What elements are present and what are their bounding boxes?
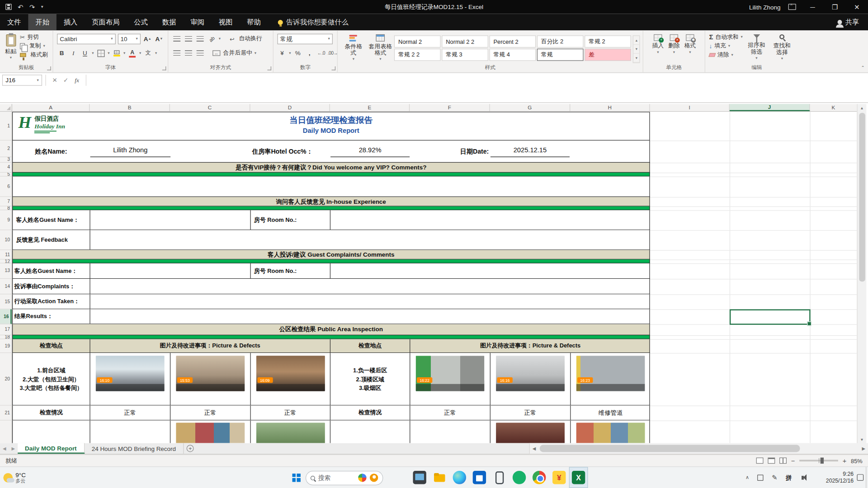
row-header[interactable]: 8 <box>0 206 12 211</box>
horizontal-scrollbar[interactable]: ◀ ▶ <box>529 443 868 454</box>
taskbar-app-chrome[interactable] <box>529 467 549 488</box>
col-header-e[interactable]: E <box>330 104 410 111</box>
row-header-16-selected[interactable]: 16 <box>0 309 12 324</box>
increase-font-icon[interactable]: A▲ <box>143 34 152 43</box>
italic-button[interactable]: I <box>69 48 78 58</box>
scroll-left-icon[interactable]: ◀ <box>530 446 539 451</box>
photo-lobby[interactable]: 15:53 <box>176 356 245 391</box>
start-button[interactable] <box>288 467 305 488</box>
paste-button[interactable]: 粘贴 ▾ <box>3 33 19 61</box>
delete-cells-button[interactable]: × 删除 ▾ <box>666 33 682 56</box>
name-value[interactable]: Lilith Zhong <box>90 143 171 157</box>
clipboard-dialog-launcher[interactable] <box>47 66 51 70</box>
photo-back-area[interactable]: 16:22 <box>416 356 485 391</box>
row-header[interactable]: 12 <box>0 259 12 263</box>
decrease-font-icon[interactable]: A▼ <box>155 34 164 43</box>
share-button[interactable]: 共享 <box>838 18 859 27</box>
tray-volume[interactable] <box>798 467 809 488</box>
alignment-dialog-launcher[interactable] <box>267 66 271 70</box>
row-header[interactable]: 15 <box>0 294 12 309</box>
style-chip[interactable]: 常规 4 <box>490 49 536 61</box>
selected-cell-j16[interactable] <box>730 309 811 324</box>
tab-file[interactable]: 文件 <box>0 14 28 31</box>
page-layout-view-icon[interactable] <box>768 458 775 464</box>
tab-insert[interactable]: 插入 <box>57 14 85 31</box>
tray-network[interactable] <box>755 467 765 488</box>
underline-button[interactable]: U <box>80 48 90 58</box>
style-chip[interactable]: Normal 2 2 <box>442 35 489 47</box>
col-header-h[interactable]: H <box>570 104 650 111</box>
new-sheet-button[interactable]: + <box>184 443 197 454</box>
feedback-cell[interactable] <box>90 230 651 249</box>
vertical-scrollbar[interactable]: ▲ ▼ <box>857 104 867 443</box>
redo-icon[interactable]: ↷ <box>29 4 35 10</box>
row-header[interactable]: 9 <box>0 210 12 230</box>
align-left-icon[interactable] <box>172 48 182 58</box>
tab-data[interactable]: 数据 <box>155 14 183 31</box>
copy-button[interactable]: 复制▾ <box>19 42 49 51</box>
restore-button[interactable]: ❐ <box>824 0 846 14</box>
sheet-tab-24h-briefing[interactable]: 24 Hours MOD Briefing Record <box>85 443 184 454</box>
format-cells-button[interactable]: ✱ 格式 ▾ <box>682 33 698 56</box>
date-value[interactable]: 2025.12.15 <box>491 143 570 157</box>
tab-help[interactable]: 帮助 <box>240 14 268 31</box>
notification-center[interactable] <box>856 467 865 488</box>
col-header-f[interactable]: F <box>410 104 490 111</box>
tab-formulas[interactable]: 公式 <box>127 14 155 31</box>
row-header[interactable]: 11 <box>0 250 12 259</box>
row-header[interactable]: 3 <box>0 157 12 163</box>
col-header-j-selected[interactable]: J <box>730 104 810 111</box>
taskbar-clock[interactable]: 9:26 2025/12/16 <box>814 467 854 488</box>
number-format-combo[interactable]: 常规▾ <box>277 33 332 44</box>
row-header[interactable]: 14 <box>0 279 12 294</box>
style-chip[interactable]: 常规 2 <box>585 35 632 47</box>
customize-qat-icon[interactable]: ▾ <box>41 5 43 9</box>
col-header-d[interactable]: D <box>250 104 330 111</box>
insert-function-icon[interactable]: fx <box>71 77 82 84</box>
taskbar-app-edge[interactable] <box>449 467 469 488</box>
sort-filter-button[interactable]: 排序和筛选 ▾ <box>744 33 769 62</box>
decrease-decimal-icon[interactable]: .00→ <box>328 48 338 58</box>
style-chip[interactable]: Normal 2 <box>394 35 441 47</box>
comma-style-icon[interactable]: , <box>305 48 314 58</box>
scroll-right-icon[interactable]: ▶ <box>859 446 868 451</box>
row-header[interactable]: 21 <box>0 406 12 421</box>
cut-button[interactable]: ✂剪切 <box>19 33 49 42</box>
merge-center-button[interactable]: ↔ <box>212 48 221 58</box>
zoom-out-icon[interactable]: − <box>791 457 795 465</box>
align-right-icon[interactable] <box>195 48 205 58</box>
tray-pen[interactable]: ✎ <box>769 467 779 488</box>
vip-answer-cell[interactable] <box>12 177 650 197</box>
taskbar-app-terminal[interactable] <box>410 467 429 488</box>
col-header-k[interactable]: K <box>810 104 857 111</box>
taskbar-app-finance[interactable]: ¥ <box>549 467 569 488</box>
col-header-c[interactable]: C <box>170 104 250 111</box>
align-middle-icon[interactable] <box>184 34 193 43</box>
tab-view[interactable]: 视图 <box>212 14 240 31</box>
taskbar-app-green[interactable] <box>509 467 529 488</box>
sheet-nav-right-icon[interactable]: ▶ <box>9 443 18 454</box>
complaint-guest-cell[interactable] <box>90 263 251 278</box>
fill-button[interactable]: ↓填充▾ <box>708 42 744 51</box>
zoom-in-icon[interactable]: + <box>843 457 847 465</box>
cancel-icon[interactable]: ✕ <box>49 77 60 84</box>
row-header[interactable]: 17 <box>0 324 12 335</box>
formula-input[interactable] <box>90 75 868 85</box>
save-icon[interactable] <box>5 4 11 10</box>
vertical-scroll-thumb[interactable] <box>859 113 865 282</box>
col-header-g[interactable]: G <box>490 104 571 111</box>
row-header[interactable]: 7 <box>0 197 12 206</box>
row-header[interactable]: 5 <box>0 173 12 177</box>
scroll-up-icon[interactable]: ▲ <box>858 104 867 112</box>
borders-button[interactable] <box>96 48 105 58</box>
collapse-ribbon-icon[interactable]: ⌃ <box>861 65 864 70</box>
align-center-icon[interactable] <box>184 48 193 58</box>
style-chip[interactable]: 常规 3 <box>442 49 489 61</box>
col-header-i[interactable]: I <box>650 104 730 111</box>
autosum-button[interactable]: Σ自动求和▾ <box>708 33 744 42</box>
increase-decimal-icon[interactable]: ←.0 <box>316 48 326 58</box>
conditional-formatting-button[interactable]: 条件格式 ▾ <box>340 33 366 63</box>
taskbar-app-phone[interactable] <box>489 467 509 488</box>
font-dialog-launcher[interactable] <box>162 66 166 70</box>
font-color-button[interactable]: A <box>127 48 137 58</box>
